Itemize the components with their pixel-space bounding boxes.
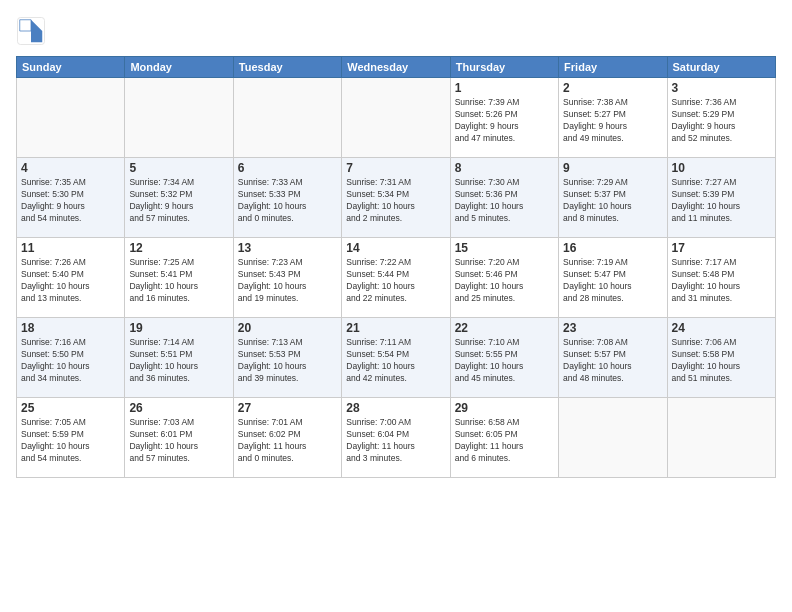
day-info: Sunrise: 7:25 AM Sunset: 5:41 PM Dayligh… <box>129 257 228 305</box>
day-number: 20 <box>238 321 337 335</box>
day-info: Sunrise: 7:05 AM Sunset: 5:59 PM Dayligh… <box>21 417 120 465</box>
day-info: Sunrise: 7:10 AM Sunset: 5:55 PM Dayligh… <box>455 337 554 385</box>
day-info: Sunrise: 7:19 AM Sunset: 5:47 PM Dayligh… <box>563 257 662 305</box>
logo <box>16 16 50 46</box>
day-info: Sunrise: 7:03 AM Sunset: 6:01 PM Dayligh… <box>129 417 228 465</box>
calendar-cell: 16Sunrise: 7:19 AM Sunset: 5:47 PM Dayli… <box>559 238 667 318</box>
col-header-wednesday: Wednesday <box>342 57 450 78</box>
day-info: Sunrise: 7:26 AM Sunset: 5:40 PM Dayligh… <box>21 257 120 305</box>
calendar-cell: 23Sunrise: 7:08 AM Sunset: 5:57 PM Dayli… <box>559 318 667 398</box>
day-info: Sunrise: 7:01 AM Sunset: 6:02 PM Dayligh… <box>238 417 337 465</box>
calendar-cell: 22Sunrise: 7:10 AM Sunset: 5:55 PM Dayli… <box>450 318 558 398</box>
day-number: 4 <box>21 161 120 175</box>
day-info: Sunrise: 7:13 AM Sunset: 5:53 PM Dayligh… <box>238 337 337 385</box>
day-number: 6 <box>238 161 337 175</box>
day-info: Sunrise: 7:20 AM Sunset: 5:46 PM Dayligh… <box>455 257 554 305</box>
day-number: 7 <box>346 161 445 175</box>
header <box>16 16 776 46</box>
day-info: Sunrise: 7:31 AM Sunset: 5:34 PM Dayligh… <box>346 177 445 225</box>
calendar-cell: 20Sunrise: 7:13 AM Sunset: 5:53 PM Dayli… <box>233 318 341 398</box>
day-number: 29 <box>455 401 554 415</box>
calendar-cell: 3Sunrise: 7:36 AM Sunset: 5:29 PM Daylig… <box>667 78 775 158</box>
calendar-cell <box>125 78 233 158</box>
day-number: 13 <box>238 241 337 255</box>
day-number: 14 <box>346 241 445 255</box>
day-info: Sunrise: 7:08 AM Sunset: 5:57 PM Dayligh… <box>563 337 662 385</box>
day-info: Sunrise: 6:58 AM Sunset: 6:05 PM Dayligh… <box>455 417 554 465</box>
day-info: Sunrise: 7:27 AM Sunset: 5:39 PM Dayligh… <box>672 177 771 225</box>
calendar-cell: 27Sunrise: 7:01 AM Sunset: 6:02 PM Dayli… <box>233 398 341 478</box>
col-header-tuesday: Tuesday <box>233 57 341 78</box>
day-info: Sunrise: 7:11 AM Sunset: 5:54 PM Dayligh… <box>346 337 445 385</box>
day-info: Sunrise: 7:22 AM Sunset: 5:44 PM Dayligh… <box>346 257 445 305</box>
calendar-cell: 24Sunrise: 7:06 AM Sunset: 5:58 PM Dayli… <box>667 318 775 398</box>
day-info: Sunrise: 7:38 AM Sunset: 5:27 PM Dayligh… <box>563 97 662 145</box>
week-row-5: 25Sunrise: 7:05 AM Sunset: 5:59 PM Dayli… <box>17 398 776 478</box>
day-info: Sunrise: 7:29 AM Sunset: 5:37 PM Dayligh… <box>563 177 662 225</box>
day-number: 19 <box>129 321 228 335</box>
calendar-cell: 15Sunrise: 7:20 AM Sunset: 5:46 PM Dayli… <box>450 238 558 318</box>
calendar-cell: 4Sunrise: 7:35 AM Sunset: 5:30 PM Daylig… <box>17 158 125 238</box>
day-info: Sunrise: 7:34 AM Sunset: 5:32 PM Dayligh… <box>129 177 228 225</box>
day-number: 27 <box>238 401 337 415</box>
day-info: Sunrise: 7:06 AM Sunset: 5:58 PM Dayligh… <box>672 337 771 385</box>
col-header-thursday: Thursday <box>450 57 558 78</box>
calendar-cell: 10Sunrise: 7:27 AM Sunset: 5:39 PM Dayli… <box>667 158 775 238</box>
col-header-sunday: Sunday <box>17 57 125 78</box>
day-info: Sunrise: 7:33 AM Sunset: 5:33 PM Dayligh… <box>238 177 337 225</box>
day-number: 21 <box>346 321 445 335</box>
calendar-cell: 25Sunrise: 7:05 AM Sunset: 5:59 PM Dayli… <box>17 398 125 478</box>
calendar-cell: 17Sunrise: 7:17 AM Sunset: 5:48 PM Dayli… <box>667 238 775 318</box>
day-number: 15 <box>455 241 554 255</box>
col-header-monday: Monday <box>125 57 233 78</box>
day-number: 22 <box>455 321 554 335</box>
calendar-cell: 9Sunrise: 7:29 AM Sunset: 5:37 PM Daylig… <box>559 158 667 238</box>
day-number: 1 <box>455 81 554 95</box>
day-number: 12 <box>129 241 228 255</box>
day-info: Sunrise: 7:39 AM Sunset: 5:26 PM Dayligh… <box>455 97 554 145</box>
day-number: 26 <box>129 401 228 415</box>
day-number: 10 <box>672 161 771 175</box>
page: SundayMondayTuesdayWednesdayThursdayFrid… <box>0 0 792 612</box>
svg-marker-2 <box>31 31 42 42</box>
calendar-cell: 13Sunrise: 7:23 AM Sunset: 5:43 PM Dayli… <box>233 238 341 318</box>
calendar-cell: 5Sunrise: 7:34 AM Sunset: 5:32 PM Daylig… <box>125 158 233 238</box>
col-header-friday: Friday <box>559 57 667 78</box>
calendar-cell: 11Sunrise: 7:26 AM Sunset: 5:40 PM Dayli… <box>17 238 125 318</box>
day-number: 8 <box>455 161 554 175</box>
header-row: SundayMondayTuesdayWednesdayThursdayFrid… <box>17 57 776 78</box>
day-info: Sunrise: 7:23 AM Sunset: 5:43 PM Dayligh… <box>238 257 337 305</box>
day-number: 23 <box>563 321 662 335</box>
calendar-cell: 7Sunrise: 7:31 AM Sunset: 5:34 PM Daylig… <box>342 158 450 238</box>
day-info: Sunrise: 7:00 AM Sunset: 6:04 PM Dayligh… <box>346 417 445 465</box>
calendar-cell <box>233 78 341 158</box>
col-header-saturday: Saturday <box>667 57 775 78</box>
calendar-cell: 19Sunrise: 7:14 AM Sunset: 5:51 PM Dayli… <box>125 318 233 398</box>
day-number: 24 <box>672 321 771 335</box>
calendar-cell: 8Sunrise: 7:30 AM Sunset: 5:36 PM Daylig… <box>450 158 558 238</box>
calendar-cell: 12Sunrise: 7:25 AM Sunset: 5:41 PM Dayli… <box>125 238 233 318</box>
day-info: Sunrise: 7:36 AM Sunset: 5:29 PM Dayligh… <box>672 97 771 145</box>
day-info: Sunrise: 7:35 AM Sunset: 5:30 PM Dayligh… <box>21 177 120 225</box>
calendar-cell <box>17 78 125 158</box>
calendar-cell: 29Sunrise: 6:58 AM Sunset: 6:05 PM Dayli… <box>450 398 558 478</box>
calendar-cell: 18Sunrise: 7:16 AM Sunset: 5:50 PM Dayli… <box>17 318 125 398</box>
calendar-cell: 21Sunrise: 7:11 AM Sunset: 5:54 PM Dayli… <box>342 318 450 398</box>
calendar-cell: 2Sunrise: 7:38 AM Sunset: 5:27 PM Daylig… <box>559 78 667 158</box>
calendar-cell: 6Sunrise: 7:33 AM Sunset: 5:33 PM Daylig… <box>233 158 341 238</box>
day-number: 28 <box>346 401 445 415</box>
day-info: Sunrise: 7:17 AM Sunset: 5:48 PM Dayligh… <box>672 257 771 305</box>
calendar-cell <box>667 398 775 478</box>
calendar-cell: 1Sunrise: 7:39 AM Sunset: 5:26 PM Daylig… <box>450 78 558 158</box>
day-info: Sunrise: 7:30 AM Sunset: 5:36 PM Dayligh… <box>455 177 554 225</box>
day-number: 11 <box>21 241 120 255</box>
logo-icon <box>16 16 46 46</box>
day-number: 2 <box>563 81 662 95</box>
week-row-1: 1Sunrise: 7:39 AM Sunset: 5:26 PM Daylig… <box>17 78 776 158</box>
calendar-cell: 28Sunrise: 7:00 AM Sunset: 6:04 PM Dayli… <box>342 398 450 478</box>
week-row-3: 11Sunrise: 7:26 AM Sunset: 5:40 PM Dayli… <box>17 238 776 318</box>
day-number: 17 <box>672 241 771 255</box>
calendar-table: SundayMondayTuesdayWednesdayThursdayFrid… <box>16 56 776 478</box>
calendar-cell: 14Sunrise: 7:22 AM Sunset: 5:44 PM Dayli… <box>342 238 450 318</box>
day-number: 3 <box>672 81 771 95</box>
